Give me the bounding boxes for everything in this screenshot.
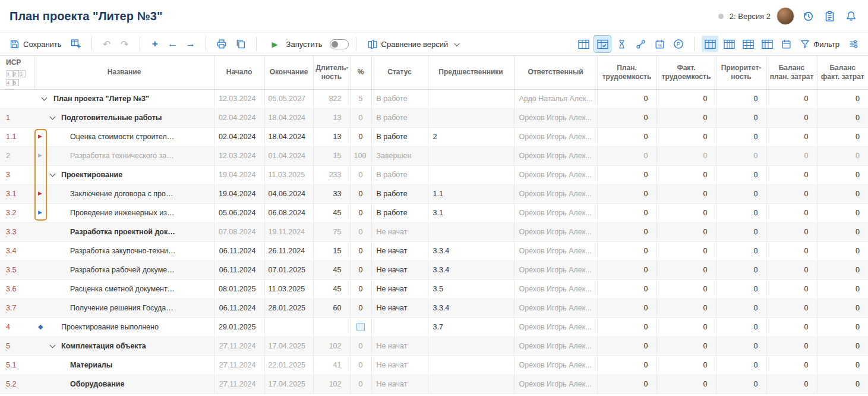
settings-sliders-icon[interactable]: [845, 36, 862, 52]
task-row[interactable]: 5Комплектация объекта27.11.202417.04.202…: [0, 337, 868, 356]
task-row[interactable]: 3.5Разработка рабочей документации06.11.…: [0, 260, 868, 279]
hourglass-icon[interactable]: [613, 36, 630, 52]
ruble-icon[interactable]: Р: [670, 36, 687, 52]
add-task-icon[interactable]: +: [147, 36, 163, 52]
column-header-priority[interactable]: Приоритет-ность: [716, 56, 766, 89]
task-name-cell[interactable]: ▶Оценка стоимости строительства: [34, 127, 214, 146]
start-cell: 19.04.2024: [214, 165, 264, 184]
task-name-cell[interactable]: Получение решения Государственно...: [34, 298, 214, 318]
priority-cell: 0: [716, 356, 766, 375]
clipboard-icon[interactable]: [822, 8, 837, 24]
column-header-plan-effort[interactable]: План. трудоемкость: [597, 56, 656, 89]
task-row[interactable]: 3.7Получение решения Государственно...06…: [0, 298, 868, 318]
task-row[interactable]: План проекта "Литер №3"12.03.202405.05.2…: [0, 89, 868, 108]
column-header-start[interactable]: Начало: [214, 56, 264, 89]
column-header-balance-plan[interactable]: Баланс план. затрат: [766, 56, 817, 89]
task-name-cell[interactable]: Комплектация объекта: [34, 337, 214, 356]
task-name-cell[interactable]: ▶Заключение договора с проектиров...: [34, 184, 214, 203]
column-header-wbs: ИСР 12345: [0, 56, 34, 89]
columns-preset-4-icon[interactable]: [759, 36, 775, 52]
predecessors-cell: [428, 222, 514, 241]
task-row[interactable]: 1.1▶Оценка стоимости строительства02.04.…: [0, 127, 868, 146]
duration-cell: 45: [313, 203, 350, 222]
priority-cell: 0: [716, 298, 766, 318]
task-row[interactable]: 3.1▶Заключение договора с проектиров...1…: [0, 184, 868, 203]
column-header-percent[interactable]: %: [350, 56, 371, 89]
task-name-cell[interactable]: Разработка рабочей документации: [34, 260, 214, 279]
redo-icon[interactable]: ↷: [117, 36, 132, 52]
task-name-cell[interactable]: Подготовительные работы: [34, 108, 214, 127]
milestone-icon: ◆: [38, 323, 43, 330]
task-row[interactable]: 3.2▶Проведение инженерных изысканий05.06…: [0, 203, 868, 222]
task-row[interactable]: 1Подготовительные работы02.04.202418.04.…: [0, 108, 868, 127]
status-cell: Завершен: [371, 146, 428, 165]
outdent-icon[interactable]: ←: [165, 36, 181, 52]
calendar-icon[interactable]: [778, 36, 794, 52]
bell-icon[interactable]: [843, 8, 858, 24]
task-name-cell[interactable]: Оборудование: [34, 375, 214, 394]
column-header-duration[interactable]: Длитель-ность: [313, 56, 350, 89]
task-name-cell[interactable]: ◆Проектирование выполнено: [34, 318, 214, 337]
task-row[interactable]: 3Проектирование19.04.202411.03.20252330В…: [0, 165, 868, 184]
print-icon[interactable]: [213, 36, 230, 52]
dependencies-icon[interactable]: [632, 36, 649, 52]
page-title: План проекта "Литер №3": [10, 10, 162, 23]
columns-preset-2-icon[interactable]: [721, 36, 737, 52]
task-row[interactable]: 4◆Проектирование выполнено29.01.20253.7О…: [0, 318, 868, 337]
column-header-finish[interactable]: Окончание: [264, 56, 313, 89]
column-header-name[interactable]: Название: [34, 56, 214, 89]
indent-icon[interactable]: →: [183, 36, 198, 52]
task-row[interactable]: 3.3Разработка проектной документац...07.…: [0, 222, 868, 241]
fact-effort-cell: 0: [656, 222, 716, 241]
column-header-predecessors[interactable]: Предшественники: [428, 56, 514, 89]
duration-cell: 33: [313, 184, 350, 203]
task-name: Заключение договора с проектиров...: [34, 185, 177, 203]
start-cell: 12.03.2024: [214, 146, 264, 165]
columns-preset-1-icon[interactable]: [702, 36, 718, 52]
column-header-responsible[interactable]: Ответственный: [514, 56, 597, 89]
wbs-level-button[interactable]: 3: [20, 70, 26, 77]
task-row[interactable]: 2▶Разработка технического задания12.03.2…: [0, 146, 868, 165]
task-name-cell[interactable]: Материалы: [34, 356, 214, 375]
filter-button[interactable]: Фильтр: [797, 37, 843, 51]
wbs-level-button[interactable]: 4: [7, 79, 12, 86]
task-row[interactable]: 3.6Расценка сметной документации08.01.20…: [0, 279, 868, 298]
wbs-level-button[interactable]: 5: [13, 79, 19, 86]
wbs-cell: 5: [0, 337, 34, 356]
task-name-cell[interactable]: ▶Разработка технического задания: [34, 146, 214, 165]
task-row[interactable]: 3.4Разработка закупочно-технической д...…: [0, 241, 868, 260]
column-header-balance-fact[interactable]: Баланс факт. затрат: [817, 56, 868, 89]
task-name-cell[interactable]: ▶Проведение инженерных изысканий: [34, 203, 214, 222]
task-name-cell[interactable]: План проекта "Литер №3": [34, 89, 214, 108]
history-icon[interactable]: [800, 8, 816, 24]
save-button[interactable]: Сохранить: [6, 37, 65, 52]
column-header-fact-effort[interactable]: Факт. трудоемкость: [656, 56, 716, 89]
start-cell: 27.11.2024: [214, 337, 264, 356]
task-name-cell[interactable]: Разработка закупочно-технической д...: [34, 241, 214, 260]
task-row[interactable]: 5.2Оборудование27.11.202417.04.20251020Н…: [0, 375, 868, 394]
run-toggle[interactable]: [330, 39, 349, 49]
chevron-down-icon: [454, 40, 460, 46]
compare-versions-button[interactable]: Сравнение версий: [364, 37, 462, 52]
column-header-status[interactable]: Статус: [371, 56, 428, 89]
task-name-cell[interactable]: Проектирование: [34, 165, 214, 184]
wbs-level-button[interactable]: 2: [13, 70, 19, 77]
task-row[interactable]: 5.1Материалы27.11.202422.01.2025410Не на…: [0, 356, 868, 375]
copy-structure-icon[interactable]: [68, 36, 84, 52]
grid-check-icon[interactable]: [594, 36, 611, 52]
run-button[interactable]: ▶ Запустить: [264, 34, 326, 54]
undo-icon[interactable]: ↶: [99, 36, 115, 52]
calendar-percent-icon[interactable]: %: [651, 36, 668, 52]
task-name-cell[interactable]: Расценка сметной документации: [34, 279, 214, 298]
task-name-cell[interactable]: Разработка проектной документац...: [34, 222, 214, 241]
wbs-level-button[interactable]: 1: [7, 70, 12, 77]
svg-text:%: %: [658, 42, 662, 48]
milestone-checkbox[interactable]: [356, 323, 365, 331]
balance-fact-cell: 0: [817, 318, 868, 337]
start-cell: 08.01.2025: [214, 279, 264, 298]
avatar[interactable]: [777, 7, 794, 25]
duplicate-icon[interactable]: [232, 36, 249, 52]
table-settings-icon[interactable]: [575, 36, 592, 52]
columns-preset-3-icon[interactable]: [740, 36, 756, 52]
responsible-cell: Орехов Игорь Алек...: [514, 356, 597, 375]
